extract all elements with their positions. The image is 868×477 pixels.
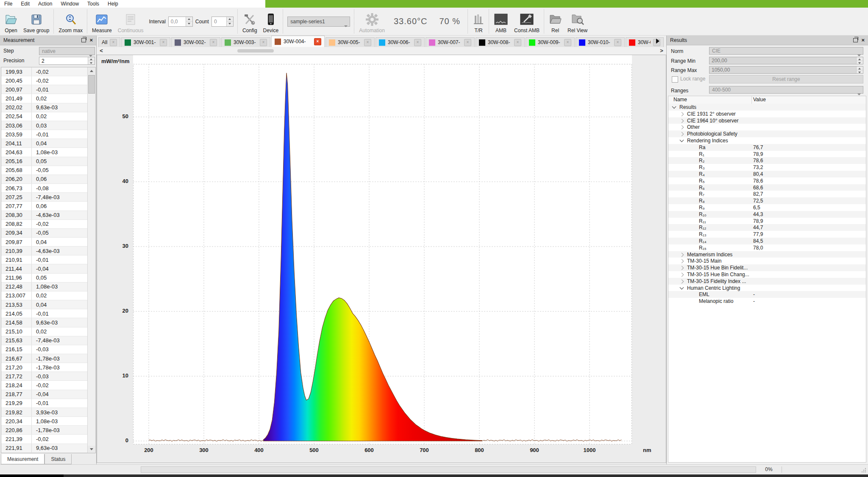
menu-item-tools[interactable]: Tools	[83, 0, 103, 8]
value-column-header[interactable]: Value	[753, 97, 766, 103]
chevron-collapsed-icon[interactable]	[680, 132, 684, 136]
float-panel-icon[interactable]	[81, 38, 86, 42]
reset-range-button[interactable]: Reset range	[709, 75, 863, 83]
norm-select[interactable]: CIE	[709, 47, 863, 55]
table-row[interactable]: 200,97-0,01	[1, 85, 88, 94]
table-row[interactable]: 203,59-0,01	[1, 130, 88, 139]
const-amb-button[interactable]: Const AMB	[511, 8, 542, 35]
bottom-tab-measurement[interactable]: Measurement	[1, 454, 45, 464]
table-row[interactable]: 200,45-0,02	[1, 76, 88, 85]
tree-row[interactable]: Ra76,7	[668, 144, 866, 151]
menu-item-edit[interactable]: Edit	[17, 0, 34, 8]
menu-item-window[interactable]: Window	[56, 0, 83, 8]
table-row[interactable]: 203,060,03	[1, 121, 88, 130]
tab-30W-002[interactable]: 30W-002-×	[171, 37, 220, 47]
tree-row[interactable]: R₁78,9	[668, 151, 866, 158]
chevron-collapsed-icon[interactable]	[680, 266, 684, 270]
zoom-max-button[interactable]: Zoom max	[56, 8, 86, 35]
amb-button[interactable]: AMB	[491, 8, 511, 35]
precision-input[interactable]: 2	[39, 57, 95, 65]
scroll-up-icon[interactable]	[88, 67, 95, 75]
tree-row[interactable]: CIE 1931 2° observer	[668, 111, 866, 117]
table-row[interactable]: 215,63-7,48e-03	[1, 336, 88, 345]
table-row[interactable]: 221,919,63e-03	[1, 444, 88, 453]
tree-row[interactable]: R₉6,5	[668, 204, 866, 211]
tab-close-icon[interactable]: ×	[564, 39, 571, 46]
tree-row[interactable]: R₁₃77,9	[668, 231, 866, 238]
table-row[interactable]: 205,68-0,05	[1, 166, 88, 175]
tab-30W-001[interactable]: 30W-001-×	[121, 37, 170, 47]
tree-row[interactable]: R₈72,5	[668, 197, 866, 204]
tab-close-icon[interactable]: ×	[414, 39, 421, 46]
table-row[interactable]: 210,39-4,63e-03	[1, 247, 88, 255]
table-row[interactable]: 213,0070,02	[1, 291, 88, 300]
tree-row[interactable]: R₁₂44,7	[668, 224, 866, 231]
lock-range-checkbox[interactable]	[672, 76, 678, 83]
measure-button[interactable]: Measure	[89, 8, 115, 35]
tab-close-icon[interactable]: ×	[160, 39, 167, 46]
table-row[interactable]: 204,631,08e-03	[1, 148, 88, 157]
tree-row[interactable]: Photobiological Safety	[668, 130, 866, 137]
table-row[interactable]: 209,34-0,05	[1, 229, 88, 238]
table-row[interactable]: 218,77-0,04	[1, 390, 88, 399]
tree-row[interactable]: R₂78,6	[668, 157, 866, 164]
table-row[interactable]: 205,160,05	[1, 157, 88, 166]
tree-row[interactable]: Human Centric Lighting	[668, 285, 866, 291]
chevron-collapsed-icon[interactable]	[680, 119, 684, 123]
step-select[interactable]: native	[39, 47, 95, 55]
table-row[interactable]: 216,15-0,03	[1, 345, 88, 354]
table-row[interactable]: 215,100,02	[1, 327, 88, 336]
device-button[interactable]: Device	[260, 8, 282, 35]
chevron-collapsed-icon[interactable]	[680, 259, 684, 263]
tab-close-icon[interactable]: ×	[260, 39, 267, 46]
table-row[interactable]: 219,29-0,01	[1, 399, 88, 408]
chevron-collapsed-icon[interactable]	[680, 252, 684, 257]
table-row[interactable]: 212,481,08e-03	[1, 283, 88, 291]
float-panel-icon[interactable]	[853, 38, 858, 42]
tree-row[interactable]: TM-30-15 Hue Bin Fidelit...	[668, 264, 866, 271]
table-row[interactable]: 209,870,04	[1, 238, 88, 247]
count-input[interactable]: 0	[211, 17, 234, 27]
table-row[interactable]: 219,823,93e-03	[1, 408, 88, 417]
tree-row[interactable]: Melanopic ratio-	[668, 298, 866, 305]
chevron-collapsed-icon[interactable]	[680, 125, 684, 130]
scroll-right-button[interactable]: >	[659, 48, 665, 54]
table-row[interactable]: 220,86-1,78e-03	[1, 426, 88, 435]
tree-row[interactable]: Results	[668, 104, 866, 111]
table-row[interactable]: 213,530,04	[1, 300, 88, 309]
count-spin-arrows[interactable]	[226, 17, 233, 26]
table-row[interactable]: 206,73-0,08	[1, 184, 88, 193]
precision-spin-arrows[interactable]	[88, 57, 95, 64]
menu-item-action[interactable]: Action	[34, 0, 56, 8]
tr-button[interactable]: T/R	[470, 8, 487, 35]
interval-input[interactable]: 0,0	[168, 17, 193, 27]
table-row[interactable]: 214,589,63e-03	[1, 318, 88, 327]
table-row[interactable]: 199,93-0,02	[1, 67, 88, 76]
tab-close-icon[interactable]: ×	[210, 39, 217, 46]
tree-row[interactable]: EML-	[668, 291, 866, 298]
table-row[interactable]: 217,20-1,78e-03	[1, 363, 88, 372]
table-row[interactable]: 207,25-7,48e-03	[1, 193, 88, 202]
chevron-collapsed-icon[interactable]	[680, 273, 684, 277]
chevron-expanded-icon[interactable]	[680, 285, 684, 289]
tab-close-icon[interactable]: ×	[464, 39, 471, 46]
table-row[interactable]: 216,67-1,78e-03	[1, 354, 88, 363]
continuous-button[interactable]: Continuous	[115, 8, 147, 35]
table-row[interactable]: 207,770,06	[1, 202, 88, 211]
resize-grip-icon[interactable]	[861, 468, 866, 473]
spectrum-plot[interactable]	[133, 64, 632, 444]
scrollbar-thumb[interactable]	[88, 75, 95, 94]
bottom-tab-status[interactable]: Status	[45, 454, 72, 464]
save-group-button[interactable]: Save group	[20, 8, 52, 35]
table-row[interactable]: 221,39-0,02	[1, 435, 88, 444]
tab-close-icon[interactable]: ×	[110, 39, 117, 46]
table-row[interactable]: 220,341,08e-03	[1, 417, 88, 426]
tree-row[interactable]: R₃73,2	[668, 164, 866, 171]
tree-row[interactable]: R₄80,4	[668, 171, 866, 177]
chevron-collapsed-icon[interactable]	[680, 112, 684, 116]
tree-row[interactable]: R₅78,6	[668, 177, 866, 184]
tab-30W-008[interactable]: 30W-008-×	[476, 37, 525, 47]
tab-30W-004[interactable]: 30W-004-×	[271, 36, 325, 47]
table-scrollbar[interactable]	[87, 67, 95, 453]
range-min-spin-arrows[interactable]	[856, 57, 863, 64]
